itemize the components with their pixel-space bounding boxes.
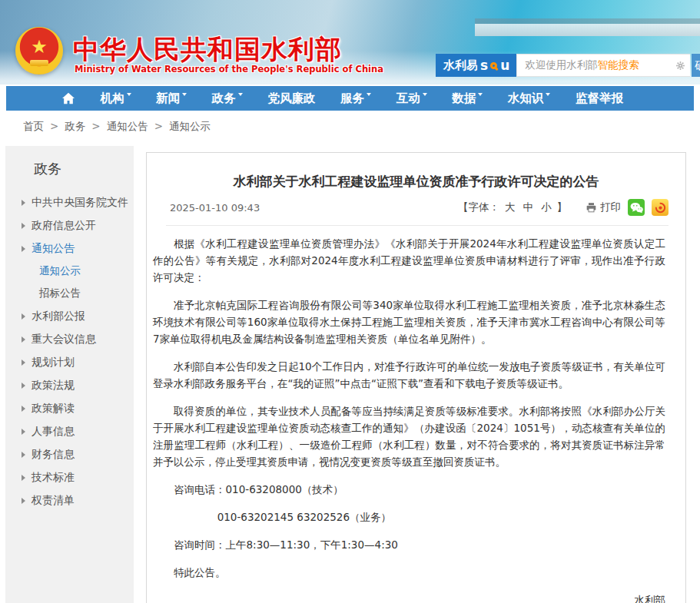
- search-submit-button[interactable]: 确定: [692, 54, 700, 77]
- nav-item-government-affairs[interactable]: 政务: [212, 86, 243, 111]
- article-signature: 水利部: [153, 591, 665, 603]
- sidebar-item-planning[interactable]: 规划计划: [5, 350, 134, 373]
- nav-item-label: 新闻: [156, 91, 180, 105]
- article-paragraph: 水利部自本公告印发之日起10个工作日内，对准予行政许可的单位统一发放电子资质等级…: [153, 358, 665, 392]
- arrow-right-icon: [22, 452, 25, 458]
- font-size-small-button[interactable]: 小: [541, 200, 552, 214]
- breadcrumb-notices[interactable]: 通知公告: [107, 120, 148, 132]
- sidebar-item-gazette[interactable]: 水利部公报: [5, 304, 134, 327]
- article-body: 根据《水利工程建设监理单位资质管理办法》《水利部关于开展2024年水利工程建设监…: [147, 226, 685, 603]
- sidebar-title: 政务: [5, 146, 134, 178]
- caret-down-icon: [127, 93, 131, 96]
- search-brand-text: 水利易: [443, 58, 478, 73]
- nav-item-label: 机构: [101, 91, 124, 105]
- arrow-right-icon: [22, 313, 25, 320]
- article-panel: 水利部关于水利工程建设监理单位资质准予行政许可决定的公告 2025-01-10 …: [146, 152, 686, 603]
- caret-down-icon: [182, 93, 187, 96]
- breadcrumb-government-affairs[interactable]: 政务: [65, 120, 85, 132]
- article-paragraph-phone-business: 010-63202145 63202526（业务）: [153, 509, 665, 525]
- breadcrumb-home[interactable]: 首页: [23, 120, 44, 132]
- wechat-share-icon[interactable]: [628, 199, 645, 216]
- sidebar-item-central-documents[interactable]: 中共中央国务院文件: [5, 191, 134, 214]
- sidebar-menu: 中共中央国务院文件 政府信息公开 通知公告 通知公示 招标公告 水利部公报 重大…: [5, 191, 134, 512]
- article-paragraph: 取得资质的单位，其专业技术人员配备等应当持续满足资质等级标准要求。水利部将按照《…: [153, 403, 665, 470]
- font-size-medium-button[interactable]: 中: [523, 200, 534, 214]
- search-brand-s: s: [480, 58, 488, 73]
- nav-item-party-conduct[interactable]: 党风廉政: [267, 86, 315, 111]
- magnifier-icon: [490, 62, 497, 69]
- sidebar-item-info-disclosure[interactable]: 政府信息公开: [5, 214, 134, 237]
- national-emblem-logo: ★: [15, 27, 63, 75]
- print-button[interactable]: 打印: [586, 200, 621, 214]
- caret-down-icon: [238, 93, 243, 96]
- caret-down-icon: [423, 93, 427, 96]
- arrow-right-icon: [22, 246, 25, 252]
- sidebar-item-notices[interactable]: 通知公告: [5, 237, 134, 260]
- nav-item-news[interactable]: 新闻: [156, 86, 187, 111]
- arrow-right-icon: [22, 200, 25, 206]
- font-size-label-close: 】: [557, 200, 568, 214]
- printer-icon: [586, 202, 597, 213]
- caret-down-icon: [367, 93, 371, 96]
- breadcrumb: 首页>政务>通知公告>通知公示: [23, 120, 211, 134]
- breadcrumb-current[interactable]: 通知公示: [169, 120, 211, 132]
- breadcrumb-separator: >: [50, 120, 58, 132]
- font-size-label-open: 【字体：: [458, 200, 499, 214]
- arrow-right-icon: [22, 383, 25, 389]
- weibo-share-icon[interactable]: [652, 199, 668, 216]
- article-paragraph: 根据《水利工程建设监理单位资质管理办法》《水利部关于开展2024年水利工程建设监…: [153, 235, 665, 286]
- nav-item-services[interactable]: 服务: [340, 86, 371, 111]
- home-icon[interactable]: [61, 92, 75, 104]
- arrow-right-icon: [22, 475, 25, 481]
- site-banner: ★ 中华人民共和国水利部 Ministry of Water Resources…: [0, 0, 700, 84]
- nav-item-label: 监督举报: [576, 91, 623, 105]
- sidebar-subitem-notice-publicity[interactable]: 通知公示: [5, 260, 134, 282]
- search-placeholder: 欢迎使用水利部: [525, 58, 598, 72]
- breadcrumb-separator: >: [154, 120, 163, 132]
- search-placeholder-highlight: 智能搜索: [598, 58, 639, 72]
- article-title: 水利部关于水利工程建设监理单位资质准予行政许可决定的公告: [170, 173, 662, 191]
- sidebar: 政务 中共中央国务院文件 政府信息公开 通知公告 通知公示 招标公告 水利部公报…: [5, 146, 134, 603]
- breadcrumb-separator: >: [91, 120, 100, 132]
- caret-down-icon: [478, 93, 483, 96]
- emblem-star-icon: ★: [31, 38, 48, 56]
- site-subtitle: Ministry of Water Resources of the Peopl…: [75, 64, 383, 75]
- arrow-right-icon: [22, 223, 25, 229]
- sidebar-item-policies-regulations[interactable]: 政策法规: [5, 373, 134, 396]
- arrow-right-icon: [22, 498, 25, 504]
- nav-item-interaction[interactable]: 互动: [396, 86, 427, 111]
- sidebar-item-finance[interactable]: 财务信息: [5, 442, 134, 466]
- article-paragraph-phone-tech: 咨询电话：010-63208000（技术）: [153, 481, 665, 498]
- article-paragraph: 准予北京帕克国际工程咨询股份有限公司等340家单位取得水利工程施工监理相关资质，…: [153, 297, 665, 347]
- article-paragraph-hours: 咨询时间：上午8:30—11:30，下午1:30—4:30: [153, 536, 665, 553]
- nav-item-label: 服务: [340, 91, 364, 105]
- nav-item-label: 互动: [396, 91, 420, 105]
- nav-item-label: 水知识: [508, 91, 544, 105]
- search-brand-u: u: [500, 58, 509, 73]
- sidebar-subitem-bidding-notices[interactable]: 招标公告: [5, 282, 134, 304]
- nav-item-label: 数据: [452, 91, 476, 105]
- sidebar-item-major-meetings[interactable]: 重大会议信息: [5, 327, 134, 350]
- caret-down-icon: [546, 93, 550, 96]
- arrow-right-icon: [22, 336, 25, 343]
- nav-item-data[interactable]: 数据: [452, 86, 483, 111]
- search-input[interactable]: 欢迎使用水利部智能搜索: [516, 54, 690, 77]
- sidebar-item-technical-standards[interactable]: 技术标准: [5, 466, 134, 489]
- arrow-right-icon: [22, 406, 25, 412]
- main-nav: 机构 新闻 政务 党风廉政 服务 互动 数据 水知识 监督举报: [6, 86, 694, 111]
- site-title: 中华人民共和国水利部: [73, 32, 342, 68]
- gear-icon[interactable]: [675, 61, 685, 71]
- article-paragraph-closing: 特此公告。: [153, 564, 665, 581]
- article-tools: 【字体： 大 中 小 】 打印: [456, 199, 668, 216]
- sidebar-item-responsibility-list[interactable]: 权责清单: [5, 489, 134, 512]
- nav-item-organization[interactable]: 机构: [101, 86, 131, 111]
- nav-item-supervision-report[interactable]: 监督举报: [576, 86, 623, 111]
- nav-item-label: 党风廉政: [267, 91, 315, 105]
- nav-item-label: 政务: [212, 91, 236, 105]
- sidebar-item-personnel[interactable]: 人事信息: [5, 419, 134, 442]
- sidebar-item-policy-interpretation[interactable]: 政策解读: [5, 396, 134, 419]
- arrow-right-icon: [22, 429, 25, 435]
- font-size-large-button[interactable]: 大: [505, 200, 516, 214]
- nav-item-water-knowledge[interactable]: 水知识: [508, 86, 551, 111]
- article-date: 2025-01-10 09:43: [166, 202, 260, 214]
